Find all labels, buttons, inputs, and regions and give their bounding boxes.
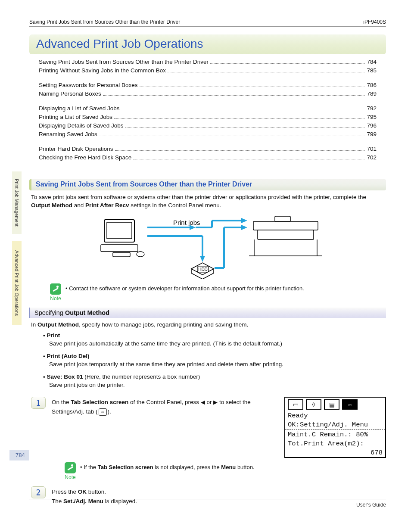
panel-tab-3: ▤ (324, 399, 339, 410)
control-panel-display: ▭ ◊ ▤ ⎓ Ready OK:Setting/Adj. Menu Maint… (284, 397, 386, 458)
note-block-2: Note If the Tab Selection screen is not … (65, 462, 386, 480)
step1-text: On the (52, 399, 71, 405)
toc-label: Printing Without Saving Jobs in the Comm… (39, 66, 166, 75)
model-label: iPF9400S (363, 19, 386, 25)
step2-text: Press the (52, 488, 78, 495)
sub-heading-bold: Output Method (65, 309, 109, 316)
option-list: PrintSave print jobs automatically at th… (29, 329, 386, 394)
page-header: Saving Print Jobs Sent from Sources Othe… (29, 19, 386, 27)
step-number-2: 2 (31, 486, 46, 498)
breadcrumb: Saving Print Jobs Sent from Sources Othe… (29, 19, 180, 25)
toc-page: 785 (367, 66, 377, 75)
step1-text: of the Control Panel, press (128, 399, 200, 405)
option-item: Save: Box 01 (Here, the number represent… (43, 373, 384, 389)
toc-label: Setting Passwords for Personal Boxes (39, 81, 138, 90)
diagram-jobs-label: Print jobs (173, 219, 200, 226)
flow-diagram: HDD Print jobs (29, 215, 386, 279)
option-title: Save: Box 01 (43, 373, 83, 380)
toc-dots (140, 82, 365, 87)
panel-tab-1: ▭ (288, 399, 303, 410)
step1-bold: Tab Selection screen (71, 399, 128, 405)
note-block-1: Note Contact the software or system deve… (29, 281, 386, 302)
toc-row[interactable]: Checking the Free Hard Disk Space702 (39, 153, 377, 162)
step2-text: button. (87, 488, 106, 495)
toc-row[interactable]: Setting Passwords for Personal Boxes786 (39, 81, 377, 90)
option-desc: Save print jobs temporarily at the same … (43, 360, 384, 368)
table-of-contents: Saving Print Jobs Sent from Sources Othe… (29, 58, 386, 171)
toc-row[interactable]: Displaying Details of Saved Jobs796 (39, 121, 377, 130)
toc-page: 786 (367, 81, 377, 90)
intro-text: and (72, 202, 85, 208)
arrow-left-icon: ◀ (201, 398, 205, 407)
sub-intro-bold: Output Method (37, 321, 79, 328)
toc-dots (125, 123, 365, 128)
svg-rect-1 (107, 222, 132, 239)
toc-row[interactable]: Renaming Saved Jobs799 (39, 130, 377, 139)
option-desc: Save print jobs automatically at the sam… (43, 339, 384, 348)
toc-page: 702 (367, 153, 377, 162)
svg-rect-20 (258, 230, 314, 240)
note2-text: If the (84, 464, 98, 470)
toc-label: Naming Personal Boxes (39, 90, 101, 98)
toc-dots (121, 106, 365, 110)
sub-intro-text: In (31, 321, 37, 328)
toc-label: Renaming Saved Jobs (39, 130, 97, 139)
note-text: Contact the software or system developer… (65, 283, 304, 292)
page-content: Saving Print Jobs Sent from Sources Othe… (29, 19, 386, 510)
toc-label: Saving Print Jobs Sent from Sources Othe… (39, 58, 209, 66)
note2-bold-2: Menu (221, 464, 236, 470)
svg-marker-14 (241, 225, 247, 230)
panel-line-4: Tot.Print Area(m2): (285, 439, 385, 448)
toc-row[interactable]: Printing a List of Saved Jobs795 (39, 113, 377, 121)
page-title: Advanced Print Job Operations (29, 34, 386, 54)
toc-row[interactable]: Saving Print Jobs Sent from Sources Othe… (39, 58, 377, 66)
note-icon (65, 462, 76, 473)
intro-bold-1: Output Method (31, 202, 72, 208)
option-title-suffix: (Here, the number represents a box numbe… (83, 373, 200, 380)
sub-intro-text: , specify how to manage jobs, regarding … (79, 321, 248, 328)
side-page-number: 784 (9, 450, 29, 460)
step1-text: ). (108, 408, 111, 415)
toc-dots (168, 68, 365, 72)
step-1-body: On the Tab Selection screen of the Contr… (52, 397, 278, 417)
option-title: Print (Auto Del) (43, 353, 89, 359)
panel-line-3: Maint.C Remain.: 80% (285, 429, 385, 439)
svg-rect-3 (113, 252, 130, 257)
toc-label: Displaying Details of Saved Jobs (39, 121, 124, 130)
step1-text: or (205, 399, 214, 405)
svg-rect-19 (253, 221, 318, 230)
toc-row[interactable]: Printing Without Saving Jobs in the Comm… (39, 66, 377, 75)
toc-row[interactable]: Naming Personal Boxes789 (39, 90, 377, 98)
panel-tabs: ▭ ◊ ▤ ⎓ (285, 398, 385, 411)
toc-row[interactable]: Printer Hard Disk Operations701 (39, 145, 377, 153)
intro-bold-2: Print After Recv (85, 202, 129, 208)
panel-tab-4-active: ⎓ (342, 399, 358, 410)
toc-dots (114, 114, 365, 119)
panel-line-5: 678 (285, 448, 385, 457)
toc-dots (115, 146, 365, 151)
footer: User's Guide (29, 500, 386, 508)
step-1-row: 1 On the Tab Selection screen of the Con… (29, 397, 386, 458)
toc-dots (99, 131, 365, 136)
toc-label: Checking the Free Hard Disk Space (39, 153, 131, 162)
toc-page: 799 (367, 130, 377, 139)
svg-marker-9 (200, 256, 205, 262)
option-item: PrintSave print jobs automatically at th… (43, 331, 384, 348)
svg-rect-2 (101, 245, 138, 252)
note2-bold-1: Tab Selection screen (98, 464, 153, 470)
hdd-label: HDD (198, 267, 208, 272)
panel-tab-2: ◊ (306, 399, 321, 410)
panel-line-2: OK:Setting/Adj. Menu (285, 420, 385, 429)
section-intro: To save print jobs sent from software or… (29, 193, 386, 209)
intro-text: settings in the Control Panel menu. (129, 202, 221, 208)
section-heading: Saving Print Jobs Sent from Sources Othe… (29, 179, 386, 190)
note2-text: button. (236, 464, 254, 470)
toc-page: 796 (367, 121, 377, 130)
toc-label: Printer Hard Disk Operations (39, 145, 113, 153)
intro-text: To save print jobs sent from software or… (31, 194, 366, 200)
option-desc: Save print jobs on the printer. (43, 381, 384, 389)
toc-row[interactable]: Displaying a List of Saved Jobs792 (39, 104, 377, 113)
toc-dots (133, 155, 365, 159)
toc-label: Displaying a List of Saved Jobs (39, 104, 120, 113)
svg-point-4 (137, 252, 144, 257)
